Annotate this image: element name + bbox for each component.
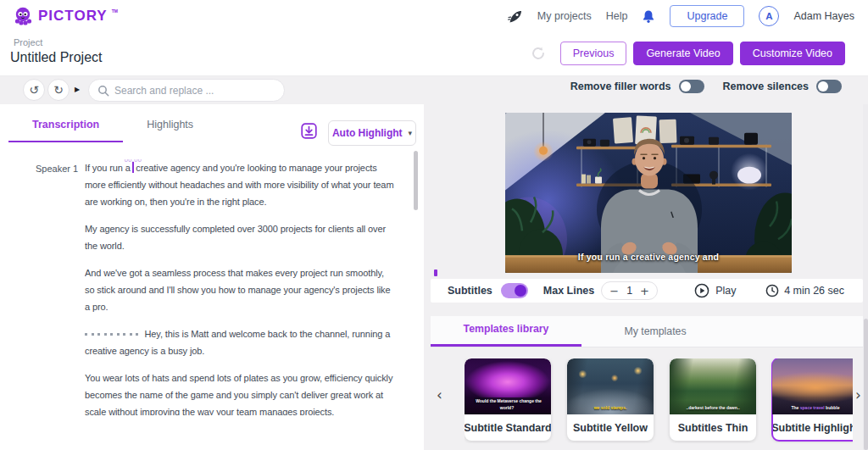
top-header: PICTORY TM My projects Help Upgrade A — [0, 0, 868, 32]
export-transcript-icon[interactable] — [300, 122, 318, 140]
upgrade-button[interactable]: Upgrade — [670, 5, 744, 27]
transcript-paragraph[interactable]: If you run a00:00creative agency and you… — [85, 159, 395, 210]
refresh-icon[interactable] — [530, 45, 547, 62]
video-subtitle-text: If you run a creative agency and — [505, 252, 792, 262]
thumb-caption: ..darkest before the dawn.. — [673, 405, 753, 412]
logo-wordmark: PICTORY — [38, 8, 108, 25]
filler-dots — [85, 329, 142, 339]
remove-filler-words-toggle[interactable] — [679, 80, 704, 93]
max-lines-value: 1 — [626, 285, 632, 297]
octopus-logo-icon — [12, 5, 34, 27]
nav-my-projects[interactable]: My projects — [537, 10, 592, 22]
rocket-icon[interactable] — [507, 8, 523, 25]
transcript-paragraph[interactable]: You wear lots of hats and spend lots of … — [85, 369, 395, 415]
cursor-timestamp: 00:00 — [125, 159, 142, 169]
generate-video-button[interactable]: Generate Video — [633, 42, 732, 65]
template-name: Subtitle Yellow — [567, 414, 654, 441]
template-thumbnail: ..darkest before the dawn.. — [670, 358, 756, 414]
project-title: Untitled Project — [10, 50, 103, 65]
chevron-down-icon: ▾ — [409, 129, 413, 137]
speaker-label: Speaker 1 — [36, 164, 78, 174]
template-name: Subtitles Thin — [670, 414, 756, 441]
templates-tabs: Templates library My templates — [431, 316, 863, 347]
auto-highlight-dropdown[interactable]: Auto Highlight ▾ — [328, 120, 416, 146]
search-input[interactable] — [114, 85, 275, 97]
subtitles-label: Subtitles — [448, 285, 492, 297]
customize-video-button[interactable]: Customize Video — [740, 42, 845, 65]
project-bar: Project Untitled Project Previous Genera… — [0, 32, 868, 76]
template-name: Subtitle Standard — [465, 414, 551, 441]
redo-button[interactable]: ↻ — [47, 79, 70, 101]
transcript-text[interactable]: If you run a00:00creative agency and you… — [85, 159, 395, 415]
subtitles-toggle[interactable] — [501, 283, 528, 298]
template-card-subtitle-highlight[interactable]: The space travel bubble Subtitle Highlig… — [772, 358, 853, 441]
caption-segment: The — [792, 405, 800, 410]
video-preview-scene — [505, 113, 792, 273]
notifications-bell-icon[interactable] — [642, 9, 655, 24]
clock-icon — [765, 284, 779, 297]
template-thumbnail: The space travel bubble — [772, 358, 853, 414]
thumb-caption: we sold stamps. — [570, 405, 650, 412]
search-and-replace — [88, 79, 285, 102]
transcript-paragraph[interactable]: And we've got a seamless process that ma… — [85, 264, 395, 315]
edit-toolbar: ↺ ↻ ▶ Remove filler words Remove silence… — [0, 76, 868, 104]
window-scrollbar-thumb[interactable] — [864, 319, 868, 450]
transcript-paragraph[interactable]: My agency is successfully completed over… — [85, 220, 395, 254]
max-lines-decrease-button[interactable]: − — [609, 285, 619, 297]
template-card-subtitle-yellow[interactable]: we sold stamps. Subtitle Yellow — [567, 358, 654, 441]
transcript-text-segment: creative agency and you're looking to ma… — [85, 163, 393, 207]
max-lines-stepper: − 1 + — [601, 281, 658, 300]
caption-segment: bubble — [825, 405, 840, 410]
tab-transcription[interactable]: Transcription — [8, 119, 123, 142]
pictory-logo[interactable]: PICTORY TM — [12, 5, 118, 27]
video-preview[interactable]: If you run a creative agency and — [505, 113, 792, 273]
template-thumbnail: we sold stamps. — [567, 358, 654, 414]
nav-help[interactable]: Help — [606, 10, 628, 22]
play-label: Play — [715, 285, 736, 297]
caption-highlight: space travel — [800, 405, 825, 410]
play-button[interactable]: Play — [694, 283, 736, 298]
transcript-text-segment: If you run a — [85, 163, 131, 173]
video-duration: 4 min 26 sec — [765, 284, 844, 297]
thumb-caption: The space travel bubble — [776, 405, 853, 412]
transcript-scrollbar[interactable] — [414, 151, 418, 210]
tab-my-templates[interactable]: My templates — [600, 325, 710, 347]
template-thumbnail: Would the Metaverse change the world? — [465, 358, 551, 414]
player-controls-bar: Subtitles Max Lines − 1 + Play — [431, 279, 863, 303]
collapse-panel-arrow-icon[interactable]: ▶ — [75, 86, 80, 93]
transcript-paragraph[interactable]: Hey, this is Matt and welcome back to th… — [85, 325, 395, 359]
max-lines-increase-button[interactable]: + — [640, 285, 649, 297]
play-icon — [694, 283, 709, 298]
template-name: Subtitle Highlight — [772, 414, 853, 441]
max-lines-label: Max Lines — [543, 285, 594, 297]
playhead-marker[interactable] — [434, 269, 437, 276]
remove-silences-label: Remove silences — [723, 81, 809, 92]
thumb-caption: Would the Metaverse change the world? — [474, 397, 542, 411]
app-window: PICTORY TM My projects Help Upgrade A — [0, 0, 868, 450]
window-scrollbar-track — [863, 104, 868, 450]
user-avatar[interactable]: A — [759, 6, 779, 26]
logo-tm: TM — [112, 8, 118, 14]
duration-text: 4 min 26 sec — [784, 285, 844, 297]
remove-silences-toggle[interactable] — [816, 80, 842, 93]
remove-filler-words-label: Remove filler words — [570, 81, 671, 92]
auto-highlight-label: Auto Highlight — [332, 127, 403, 139]
text-cursor: 00:00 — [132, 162, 135, 173]
transcription-panel: Transcription Highlights Auto Highlight … — [0, 104, 424, 450]
tab-templates-library[interactable]: Templates library — [431, 323, 581, 347]
carousel-prev-icon[interactable]: ‹ — [437, 388, 442, 403]
undo-button[interactable]: ↺ — [23, 79, 45, 101]
tab-highlights[interactable]: Highlights — [123, 119, 217, 142]
templates-carousel: Would the Metaverse change the world? Su… — [465, 358, 853, 443]
project-eyebrow: Project — [14, 37, 42, 47]
user-name[interactable]: Adam Hayes — [793, 10, 854, 22]
template-card-subtitles-thin[interactable]: ..darkest before the dawn.. Subtitles Th… — [670, 358, 756, 441]
previous-button[interactable]: Previous — [560, 42, 627, 65]
template-card-subtitle-standard[interactable]: Would the Metaverse change the world? Su… — [465, 358, 551, 441]
search-icon — [97, 85, 109, 97]
carousel-next-icon[interactable]: › — [855, 388, 861, 403]
